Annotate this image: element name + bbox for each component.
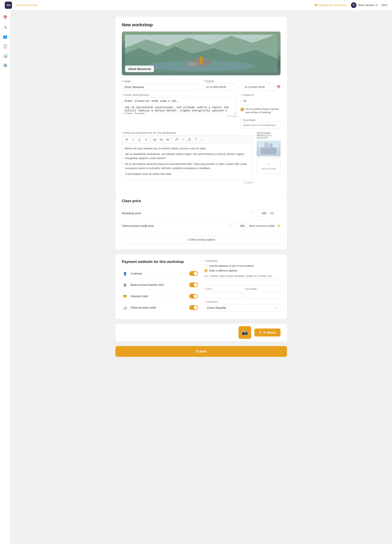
create-bar: Create	[115, 346, 287, 357]
toolbar-hr[interactable]: —	[199, 137, 205, 142]
other-pricing-button[interactable]: + Other pricing options	[122, 235, 280, 244]
detailed-desc-body[interactable]: Míříme do časů největší tmy, do období c…	[122, 143, 253, 181]
camera-button[interactable]: 📷	[238, 326, 251, 339]
toolbar-sep	[150, 137, 151, 142]
toolbar-bold[interactable]: B	[124, 137, 130, 142]
sidebar-item-calendar[interactable]: 📅	[1, 14, 9, 22]
short-desc-input[interactable]: Zimní slunovrat aneb voda v nás. Jak se …	[122, 97, 237, 114]
toolbar-h2[interactable]: H2	[159, 137, 164, 142]
main-content: New workshop	[10, 10, 392, 544]
payment-bank-row: 🏦 Bank account transfer (Kč)	[122, 279, 198, 291]
name-input[interactable]	[122, 83, 199, 91]
image-thumb-inner	[257, 141, 280, 156]
detailed-desc-editor: * DETAILED DESCRIPTION OF THE WORKSHOP B…	[122, 132, 253, 184]
workshop-price-input[interactable]	[253, 210, 269, 217]
team-avatar: TZ	[351, 2, 356, 8]
logo: ZEN	[5, 2, 12, 9]
street-label: E.G. STREET AND HOUSE NUMBER, NAME OF A …	[204, 275, 280, 277]
capacity-checkbox-label: Do not publicly display capacity and num…	[245, 107, 280, 114]
capacity-input[interactable]	[241, 97, 255, 104]
toolbar-link[interactable]: 🔗	[174, 137, 179, 142]
address-radio-2[interactable]	[204, 269, 208, 272]
upload-button[interactable]: ⬆ ⬆ Upload	[255, 329, 280, 337]
address-option2-row[interactable]: Enter a different address	[204, 269, 280, 272]
toolbar-strikethrough[interactable]: S	[143, 137, 149, 142]
editor-toolbar: B I U S H1 H2 H3 🔗 ≡ ☰ ❝	[122, 135, 253, 143]
svg-rect-11	[265, 142, 269, 148]
hero-image[interactable]: Zimní Slunovrat	[122, 31, 280, 75]
sidebar-item-clients[interactable]: 👥	[1, 33, 9, 41]
calendar-icon[interactable]: 📅	[277, 85, 280, 89]
language-selector[interactable]: EN ▾	[382, 4, 387, 6]
bottom-actions-bar: 📷 ⬆ ⬆ Upload	[115, 324, 287, 341]
address-options: Use the address of one of my locations E…	[204, 264, 280, 272]
period-start-input[interactable]	[203, 83, 236, 90]
toolbar-list-ol[interactable]: ☰	[187, 137, 192, 142]
chevron-down-icon: ▾	[376, 4, 378, 6]
additional-images-panel: ADDITIONAL IMAGES (E.G. LEAFLET)	[257, 132, 280, 184]
detailed-desc-section: * DETAILED DESCRIPTION OF THE WORKSHOP B…	[122, 132, 280, 184]
manage-subscription-link[interactable]: 🎫 Manage my subscription	[315, 4, 347, 6]
address-option1-row[interactable]: Use the address of one of my locations	[204, 264, 280, 267]
city-group: * CITY	[204, 288, 241, 298]
credit-price-input[interactable]	[231, 222, 247, 229]
card-toggle[interactable]	[189, 294, 198, 299]
toolbar-list-ul[interactable]: ≡	[180, 137, 186, 142]
zip-input[interactable]	[244, 291, 280, 298]
period-group: * PERIOD → 📅	[203, 80, 280, 91]
payment-credit-row: 📊 Client account credit	[122, 302, 198, 313]
svg-rect-7	[200, 61, 202, 64]
payment-methods-section: Payment methods for this workshop 👤 In p…	[122, 260, 198, 313]
toolbar-italic[interactable]: I	[131, 137, 136, 142]
sidebar-item-settings[interactable]: ⚙️	[1, 61, 9, 69]
card-icon: 💳	[122, 293, 128, 299]
toolbar-underline[interactable]: U	[137, 137, 142, 142]
thumb-svg	[257, 141, 280, 156]
credit-toggle[interactable]	[189, 305, 198, 310]
teachers-input[interactable]	[241, 122, 280, 129]
address-radio-1[interactable]	[204, 264, 208, 267]
toolbar-quote[interactable]: ❝	[193, 137, 199, 142]
logo-icon: ZEN	[5, 2, 12, 9]
delete-credit-price-button[interactable]: 🗑	[277, 224, 280, 228]
in-person-label: In person	[131, 272, 187, 275]
street-input[interactable]	[204, 278, 280, 285]
city-input[interactable]	[204, 291, 241, 298]
capacity-row	[241, 97, 280, 104]
class-price-title: Class price	[122, 199, 280, 203]
workshop-price-currency: Kč	[271, 212, 280, 215]
sidebar-item-activity[interactable]: 🤸	[1, 23, 9, 31]
zip-label: * ZIP CODE	[244, 288, 280, 290]
credit-price-currency: client account credits	[249, 224, 275, 227]
address-label: * ADDRESS	[204, 260, 280, 262]
toolbar-h1[interactable]: H1	[152, 137, 158, 142]
toolbar-h3[interactable]: H3	[165, 137, 171, 142]
name-group: * NAME	[122, 80, 199, 91]
desc-images-row: * DETAILED DESCRIPTION OF THE WORKSHOP B…	[122, 132, 280, 184]
in-person-toggle[interactable]	[189, 271, 198, 276]
payment-in-person-row: 👤 In person	[122, 268, 198, 279]
capacity-checkbox-row: Do not publicly display capacity and num…	[241, 107, 280, 114]
capacity-group: * CAPACITY Do not publicly display capac…	[241, 94, 280, 129]
period-arrow: →	[238, 86, 240, 89]
class-price-card: Class price Workshop price * Kč Client a…	[115, 193, 287, 249]
team-selector[interactable]: TZ Team Zenamu ▾	[351, 2, 378, 8]
bank-toggle[interactable]	[189, 283, 198, 287]
zip-group: * ZIP CODE	[244, 288, 280, 298]
upload-image-box[interactable]: + Upload image	[257, 158, 280, 174]
create-button[interactable]: Create	[115, 346, 287, 357]
hero-label: Zimní Slunovrat	[125, 65, 154, 72]
sidebar-item-stats[interactable]: 📊	[1, 52, 9, 60]
credit-label: Client account credit	[131, 306, 187, 309]
workshop-price-row: Workshop price * Kč	[122, 207, 280, 220]
bank-label: Bank account transfer (Kč)	[131, 283, 187, 286]
go-overview-link[interactable]: Go to my overview	[16, 4, 37, 6]
name-label: * NAME	[122, 80, 199, 83]
country-label: * COUNTRY	[204, 301, 280, 303]
period-end-input[interactable]	[242, 83, 275, 90]
image-thumb-1[interactable]	[257, 141, 280, 156]
capacity-checkbox[interactable]	[241, 108, 244, 111]
sidebar-item-notes[interactable]: 📋	[1, 42, 9, 50]
top-nav-left: ZEN Go to my overview	[5, 2, 37, 9]
country-select[interactable]: Czech Republic Slovakia Poland Germany A…	[204, 304, 280, 311]
